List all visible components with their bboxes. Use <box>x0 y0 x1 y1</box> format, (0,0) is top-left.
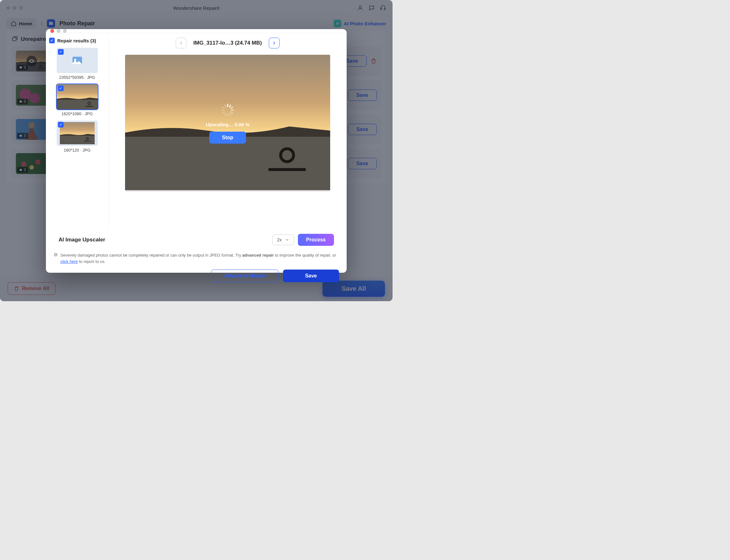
next-image-button[interactable] <box>269 38 279 48</box>
scale-select[interactable]: 2x <box>272 234 294 245</box>
process-button[interactable]: Process <box>298 234 334 246</box>
svg-line-31 <box>222 112 224 113</box>
svg-line-34 <box>225 105 226 107</box>
svg-line-27 <box>231 112 233 113</box>
upscaler-row: AI Image Upscaler 2x Process <box>46 229 346 250</box>
result-dimensions: 1620*1080 · JPG <box>49 111 105 116</box>
result-dimensions: 160*120 · JPG <box>49 148 105 152</box>
preview-panel: IMG_3117-lo…3 (24.74 MB) <box>109 33 346 229</box>
results-heading: Repair results (3) <box>57 38 96 43</box>
chevron-down-icon <box>285 238 289 242</box>
repair-modal: ✓ Repair results (3) ✓ 23552*59395 · JPG… <box>46 29 346 273</box>
results-sidebar: ✓ Repair results (3) ✓ 23552*59395 · JPG… <box>46 33 109 229</box>
modal-minimize-icon <box>57 29 60 33</box>
result-dimensions: 23552*59395 · JPG <box>49 75 105 80</box>
modal-save-button[interactable]: Save <box>283 270 339 282</box>
prev-image-button <box>176 38 186 48</box>
spinner-icon <box>220 103 235 117</box>
modal-close-icon[interactable] <box>50 29 54 33</box>
upscaler-title: AI Image Upscaler <box>59 237 105 243</box>
select-all-checkbox[interactable]: ✓ <box>49 38 55 43</box>
result-checkbox[interactable]: ✓ <box>58 122 64 128</box>
result-thumbnail[interactable]: ✓ <box>57 121 98 146</box>
svg-line-30 <box>225 113 226 115</box>
result-item[interactable]: ✓ 23552*59395 · JPG <box>49 48 105 80</box>
file-name-label: IMG_3117-lo…3 (24.74 MB) <box>193 40 262 46</box>
svg-line-28 <box>229 113 230 115</box>
result-thumbnail[interactable]: ✓ <box>57 48 98 73</box>
preview-area: Upscaling… 0.00 % Stop <box>125 55 330 191</box>
svg-line-33 <box>222 107 224 108</box>
info-note: i Severely damaged photos cannot be comp… <box>46 250 346 266</box>
result-checkbox[interactable]: ✓ <box>58 49 64 55</box>
report-link[interactable]: click here <box>60 259 78 264</box>
info-icon: i <box>53 252 58 257</box>
svg-line-25 <box>231 107 233 108</box>
svg-line-24 <box>229 105 230 107</box>
result-thumbnail[interactable]: ✓ <box>57 84 98 109</box>
result-item[interactable]: ✓ 1620*1080 · JPG <box>49 84 105 116</box>
progress-text: Upscaling… 0.00 % <box>206 122 249 127</box>
modal-zoom-icon <box>63 29 67 33</box>
stop-button[interactable]: Stop <box>209 132 246 144</box>
advanced-repair-button[interactable]: Advanced Repair <box>211 270 278 282</box>
result-checkbox[interactable]: ✓ <box>58 85 64 91</box>
result-item[interactable]: ✓ 160*120 · JPG <box>49 121 105 152</box>
modal-overlay: ✓ Repair results (3) ✓ 23552*59395 · JPG… <box>0 0 393 301</box>
modal-titlebar <box>46 29 346 33</box>
svg-text:i: i <box>55 253 56 256</box>
